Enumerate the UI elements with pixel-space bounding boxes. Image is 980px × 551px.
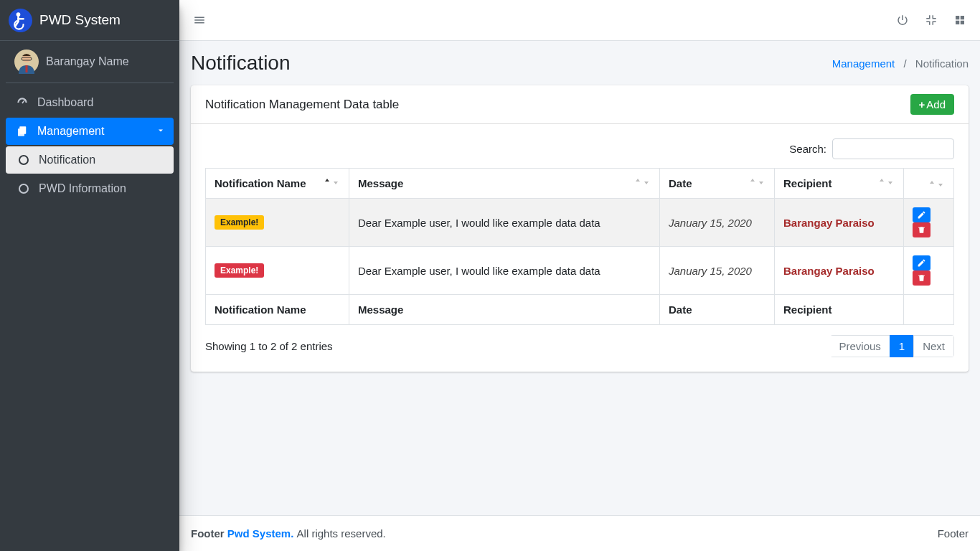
tf-actions (904, 295, 954, 325)
sidebar-label-dashboard: Dashboard (37, 96, 93, 109)
breadcrumb-management-link[interactable]: Management (832, 57, 895, 70)
page-previous[interactable]: Previous (830, 335, 890, 357)
page-next[interactable]: Next (913, 335, 954, 357)
content-wrapper: Notification Management / Notification N… (179, 0, 980, 551)
card-body: Search: Notification Name (191, 124, 969, 372)
brand-name: PWD System (39, 12, 121, 28)
edit-button[interactable] (913, 255, 930, 270)
page-title: Notification (191, 52, 291, 75)
dashboard-icon (14, 96, 30, 109)
sidebar-label-management: Management (37, 125, 104, 138)
user-avatar (14, 50, 39, 74)
add-button[interactable]: +Add (910, 94, 954, 115)
topbar (179, 0, 980, 41)
cell-date: January 15, 2020 (660, 199, 775, 247)
notification-table: Notification Name Message (205, 168, 954, 325)
th-label: Date (669, 177, 692, 189)
tf-date: Date (660, 295, 775, 325)
cell-message: Dear Example user, I would like example … (349, 247, 660, 295)
search-input[interactable] (832, 138, 954, 159)
th-label: Message (358, 177, 403, 189)
footer-prefix: Footer (191, 527, 227, 540)
table-row: Example! Dear Example user, I would like… (206, 247, 954, 295)
footer-rights: All rights reserved. (297, 527, 386, 540)
cell-date: January 15, 2020 (660, 247, 775, 295)
sort-icon (877, 177, 895, 186)
table-row: Example! Dear Example user, I would like… (206, 199, 954, 247)
logout-button[interactable] (894, 11, 911, 29)
th-notification-name[interactable]: Notification Name (206, 169, 349, 199)
table-footer-row: Notification Name Message Date Recipient (206, 295, 954, 325)
sidebar-submenu-management: Notification PWD Information (6, 146, 174, 202)
table-search: Search: (205, 138, 954, 159)
sidebar-label-notification: Notification (39, 154, 95, 166)
th-actions[interactable] (904, 169, 954, 199)
sidebar-item-management[interactable]: Management (6, 118, 174, 145)
brand-link[interactable]: PWD System (0, 0, 179, 41)
tf-notification-name: Notification Name (206, 295, 349, 325)
compress-icon (925, 14, 938, 27)
table-header-row: Notification Name Message (206, 169, 954, 199)
footer-left: Footer Pwd System. All rights reserved. (191, 527, 386, 540)
trash-icon (917, 273, 926, 283)
sidebar-label-pwd-information: PWD Information (39, 182, 126, 195)
sidebar: PWD System Barangay Name Dashboard (0, 0, 179, 551)
cell-actions (904, 247, 954, 295)
cell-actions (904, 199, 954, 247)
th-recipient[interactable]: Recipient (775, 169, 904, 199)
power-icon (896, 14, 909, 27)
main-footer: Footer Pwd System. All rights reserved. … (179, 515, 980, 551)
th-label: Notification Name (215, 177, 306, 189)
search-label: Search: (789, 143, 826, 155)
sort-icon (633, 177, 651, 186)
delete-button[interactable] (913, 270, 930, 286)
bars-icon (193, 14, 206, 27)
sort-icon (748, 177, 765, 186)
accessibility-icon (11, 10, 31, 30)
footer-right: Footer (938, 527, 969, 540)
svg-rect-6 (18, 128, 24, 136)
breadcrumb-separator: / (903, 57, 906, 70)
content-header: Notification Management / Notification (179, 41, 980, 85)
svg-rect-4 (26, 65, 28, 72)
table-info: Showing 1 to 2 of 2 entries (205, 340, 333, 352)
sidebar-item-notification[interactable]: Notification (6, 146, 174, 174)
copy-icon (14, 125, 30, 138)
chevron-down-icon (156, 126, 165, 137)
breadcrumb: Management / Notification (832, 57, 969, 70)
edit-button[interactable] (913, 207, 930, 222)
cell-recipient: Barangay Paraiso (775, 247, 904, 295)
th-date[interactable]: Date (660, 169, 775, 199)
brand-logo (9, 9, 32, 32)
cell-name: Example! (206, 247, 349, 295)
breadcrumb-current: Notification (915, 57, 969, 70)
plus-icon: + (919, 98, 925, 110)
notification-badge: Example! (215, 215, 264, 230)
notification-card: Notification Management Data table +Add … (191, 85, 969, 372)
sidebar-nav: Dashboard Management Notification PWD In… (0, 83, 179, 209)
pencil-icon (917, 258, 926, 268)
sidebar-item-pwd-information[interactable]: PWD Information (6, 175, 174, 202)
tf-recipient: Recipient (775, 295, 904, 325)
page-current[interactable]: 1 (890, 335, 914, 357)
sort-icon (928, 179, 945, 188)
add-button-label: Add (926, 98, 946, 110)
th-message[interactable]: Message (349, 169, 660, 199)
trash-icon (917, 225, 926, 235)
menu-toggle-button[interactable] (191, 11, 208, 29)
pencil-icon (917, 210, 926, 220)
cell-name: Example! (206, 199, 349, 247)
footer-brand-link[interactable]: Pwd System. (227, 527, 294, 540)
card-title: Notification Management Data table (205, 98, 399, 112)
sidebar-item-dashboard[interactable]: Dashboard (6, 89, 174, 116)
circle-icon (16, 155, 32, 165)
apps-button[interactable] (951, 11, 969, 29)
fullscreen-toggle-button[interactable] (923, 11, 940, 29)
user-name-link[interactable]: Barangay Name (46, 55, 129, 68)
table-footer-bar: Showing 1 to 2 of 2 entries Previous 1 N… (205, 335, 954, 357)
card-header: Notification Management Data table +Add (191, 85, 969, 124)
pagination: Previous 1 Next (830, 335, 954, 357)
delete-button[interactable] (913, 222, 930, 237)
cell-message: Dear Example user, I would like example … (349, 199, 660, 247)
th-label: Recipient (783, 177, 832, 189)
